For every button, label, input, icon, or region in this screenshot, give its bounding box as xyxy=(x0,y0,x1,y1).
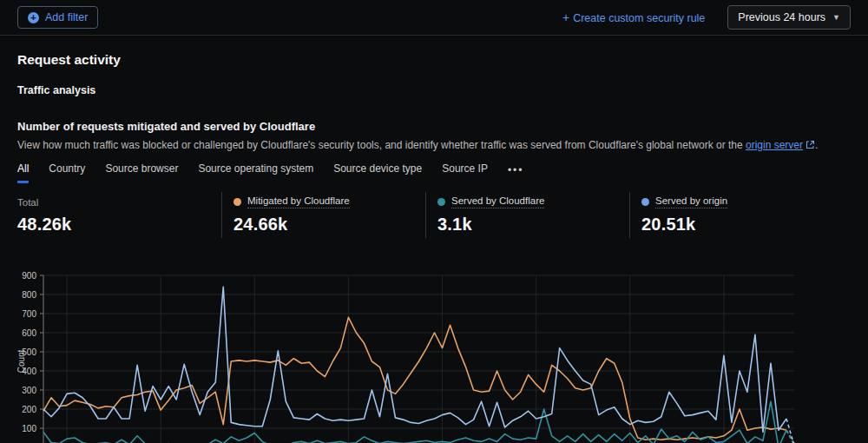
mitigated-legend-dot xyxy=(233,198,241,206)
plus-circle-icon: + xyxy=(28,12,39,23)
stat-served-cloudflare-value: 3.1k xyxy=(437,215,629,235)
tab-source-ip[interactable]: Source IP xyxy=(442,162,488,183)
origin-server-link[interactable]: origin server xyxy=(746,139,803,151)
stat-served-cloudflare-label[interactable]: Served by Cloudflare xyxy=(451,195,544,208)
stat-mitigated-value: 24.66k xyxy=(233,215,425,235)
stat-served-origin-label[interactable]: Served by origin xyxy=(655,195,727,208)
svg-text:700: 700 xyxy=(22,309,36,319)
stat-served-origin: Served by origin 20.51k xyxy=(629,192,833,238)
served-cloudflare-legend-dot xyxy=(437,198,445,206)
toolbar-right: +Create custom security rule Previous 24… xyxy=(562,5,851,30)
chart-section-heading: Number of requests mitigated and served … xyxy=(17,120,851,133)
tab-source-device-type[interactable]: Source device type xyxy=(333,162,422,183)
tab-source-operating-system[interactable]: Source operating system xyxy=(198,162,313,183)
stat-mitigated-label[interactable]: Mitigated by Cloudflare xyxy=(247,195,350,208)
add-filter-button[interactable]: + Add filter xyxy=(17,6,98,29)
tab-country[interactable]: Country xyxy=(49,162,85,183)
time-range-dropdown[interactable]: Previous 24 hours ▼ xyxy=(727,5,851,30)
svg-text:Count: Count xyxy=(17,349,26,373)
chart-section-description: View how much traffic was blocked or cha… xyxy=(17,139,851,152)
traffic-chart-container: 010020030040050060070080090018:0021:00Sa… xyxy=(17,267,851,443)
svg-text:600: 600 xyxy=(22,328,36,338)
plus-icon: + xyxy=(562,10,569,24)
svg-text:200: 200 xyxy=(22,405,36,414)
stat-total-value: 48.26k xyxy=(17,215,221,235)
tabs-overflow-button[interactable]: ••• xyxy=(508,164,524,182)
stat-served-origin-value: 20.51k xyxy=(641,215,833,235)
traffic-analysis-heading: Traffic analysis xyxy=(17,84,851,96)
tab-all[interactable]: All xyxy=(17,162,29,183)
dimension-tabs: All Country Source browser Source operat… xyxy=(17,162,851,183)
svg-text:800: 800 xyxy=(22,290,36,300)
main-content: Request activity Traffic analysis Number… xyxy=(0,52,868,443)
external-link-icon xyxy=(806,140,815,152)
traffic-chart[interactable]: 010020030040050060070080090018:0021:00Sa… xyxy=(17,267,851,443)
svg-text:900: 900 xyxy=(22,271,36,281)
tab-source-browser[interactable]: Source browser xyxy=(105,162,178,183)
page-title: Request activity xyxy=(17,52,851,68)
add-filter-label: Add filter xyxy=(45,11,88,23)
stat-mitigated: Mitigated by Cloudflare 24.66k xyxy=(221,192,425,238)
time-range-value: Previous 24 hours xyxy=(738,11,825,23)
create-custom-security-rule-link[interactable]: +Create custom security rule xyxy=(562,10,705,24)
stat-served-cloudflare: Served by Cloudflare 3.1k xyxy=(425,192,629,238)
summary-stats: Total 48.26k Mitigated by Cloudflare 24.… xyxy=(17,192,851,238)
svg-text:100: 100 xyxy=(22,424,36,433)
toolbar: + Add filter +Create custom security rul… xyxy=(0,0,868,36)
chevron-down-icon: ▼ xyxy=(832,13,840,22)
served-origin-legend-dot xyxy=(641,198,649,206)
stat-total: Total 48.26k xyxy=(17,192,221,238)
stat-total-label: Total xyxy=(17,197,38,208)
svg-text:300: 300 xyxy=(22,386,36,395)
